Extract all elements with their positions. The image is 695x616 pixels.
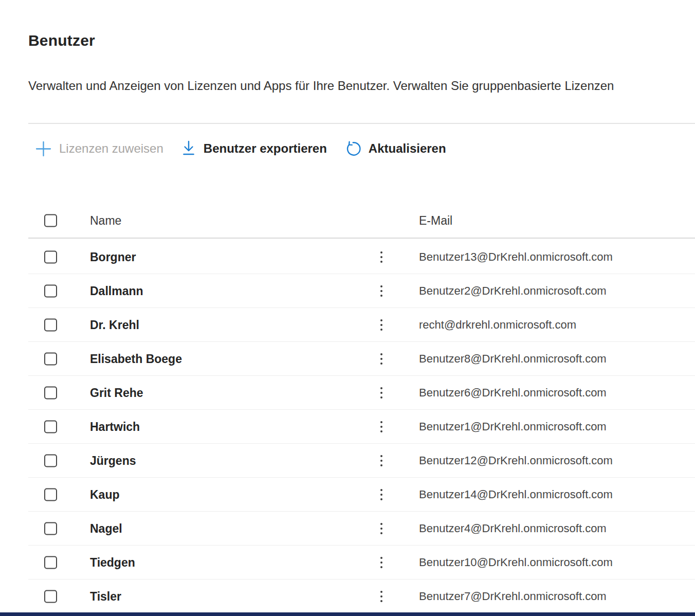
- row-checkbox[interactable]: [44, 556, 57, 569]
- horizontal-scrollbar[interactable]: [0, 612, 695, 616]
- user-email: Benutzer8@DrKrehl.onmicrosoft.com: [419, 352, 607, 366]
- user-name[interactable]: Nagel: [90, 521, 122, 535]
- more-vertical-icon[interactable]: [378, 249, 385, 265]
- user-email: Benutzer12@DrKrehl.onmicrosoft.com: [419, 454, 613, 467]
- users-table-body: Borgner Benutzer13@DrKrehl.onmicrosoft.c…: [0, 240, 695, 616]
- refresh-button[interactable]: Aktualisieren: [344, 140, 446, 157]
- more-vertical-icon[interactable]: [378, 487, 385, 502]
- user-email: Benutzer2@DrKrehl.onmicrosoft.com: [419, 284, 607, 298]
- plus-icon: [35, 140, 52, 157]
- user-email: Benutzer13@DrKrehl.onmicrosoft.com: [419, 250, 613, 264]
- users-page: Benutzer Verwalten und Anzeigen von Lize…: [0, 0, 695, 616]
- table-row[interactable]: Tiedgen Benutzer10@DrKrehl.onmicrosoft.c…: [28, 546, 695, 579]
- row-checkbox[interactable]: [44, 318, 57, 331]
- user-name[interactable]: Dallmann: [90, 284, 143, 298]
- table-row[interactable]: Kaup Benutzer14@DrKrehl.onmicrosoft.com: [28, 478, 695, 512]
- user-name[interactable]: Jürgens: [90, 454, 136, 467]
- user-name[interactable]: Grit Rehe: [90, 386, 143, 400]
- more-vertical-icon[interactable]: [378, 521, 385, 536]
- user-email: recht@drkrehl.onmicrosoft.com: [419, 318, 576, 332]
- more-vertical-icon[interactable]: [378, 453, 385, 468]
- row-checkbox[interactable]: [44, 386, 57, 399]
- more-vertical-icon[interactable]: [378, 317, 385, 333]
- table-row[interactable]: Elisabeth Boege Benutzer8@DrKrehl.onmicr…: [28, 342, 695, 376]
- assign-licenses-label: Lizenzen zuweisen: [59, 141, 163, 156]
- row-checkbox[interactable]: [44, 522, 57, 535]
- user-email: Benutzer4@DrKrehl.onmicrosoft.com: [419, 522, 607, 535]
- page-description: Verwalten und Anzeigen von Lizenzen und …: [28, 79, 695, 93]
- row-checkbox[interactable]: [44, 454, 57, 467]
- user-email: Benutzer14@DrKrehl.onmicrosoft.com: [419, 488, 613, 501]
- table-row[interactable]: Borgner Benutzer13@DrKrehl.onmicrosoft.c…: [28, 240, 695, 274]
- row-checkbox[interactable]: [44, 284, 57, 297]
- refresh-icon: [344, 140, 361, 157]
- column-header-email[interactable]: E-Mail: [419, 214, 452, 228]
- export-users-button[interactable]: Benutzer exportieren: [181, 140, 327, 157]
- download-icon: [181, 140, 196, 157]
- user-email: Benutzer7@DrKrehl.onmicrosoft.com: [419, 590, 607, 603]
- table-row[interactable]: Dallmann Benutzer2@DrKrehl.onmicrosoft.c…: [28, 274, 695, 308]
- user-email: Benutzer10@DrKrehl.onmicrosoft.com: [419, 556, 613, 569]
- more-vertical-icon[interactable]: [378, 283, 385, 299]
- user-email: Benutzer6@DrKrehl.onmicrosoft.com: [419, 386, 607, 400]
- table-row[interactable]: Dr. Krehl recht@drkrehl.onmicrosoft.com: [28, 308, 695, 342]
- user-name[interactable]: Kaup: [90, 487, 120, 501]
- refresh-label: Aktualisieren: [369, 141, 446, 156]
- row-checkbox[interactable]: [44, 488, 57, 501]
- user-name[interactable]: Tiedgen: [90, 555, 135, 569]
- table-row[interactable]: Tisler Benutzer7@DrKrehl.onmicrosoft.com: [28, 579, 695, 613]
- column-header-name[interactable]: Name: [90, 214, 121, 228]
- more-vertical-icon[interactable]: [378, 351, 385, 367]
- row-checkbox[interactable]: [44, 352, 57, 365]
- page-title: Benutzer: [28, 32, 95, 49]
- table-row[interactable]: Nagel Benutzer4@DrKrehl.onmicrosoft.com: [28, 512, 695, 546]
- toolbar: Lizenzen zuweisen Benutzer exportieren: [35, 137, 446, 160]
- user-email: Benutzer1@DrKrehl.onmicrosoft.com: [419, 420, 607, 433]
- more-vertical-icon[interactable]: [378, 385, 385, 401]
- more-vertical-icon[interactable]: [378, 589, 385, 604]
- export-users-label: Benutzer exportieren: [204, 141, 327, 156]
- toolbar-divider: [28, 123, 695, 124]
- user-name[interactable]: Borgner: [90, 250, 136, 264]
- assign-licenses-button[interactable]: Lizenzen zuweisen: [35, 140, 163, 157]
- table-header: Name E-Mail: [0, 205, 695, 237]
- table-row[interactable]: Jürgens Benutzer12@DrKrehl.onmicrosoft.c…: [28, 444, 695, 478]
- row-checkbox[interactable]: [44, 590, 57, 603]
- user-name[interactable]: Elisabeth Boege: [90, 352, 182, 366]
- user-name[interactable]: Tisler: [90, 589, 121, 603]
- more-vertical-icon[interactable]: [378, 555, 385, 570]
- select-all-checkbox[interactable]: [44, 214, 57, 227]
- more-vertical-icon[interactable]: [378, 419, 385, 434]
- user-name[interactable]: Dr. Krehl: [90, 318, 139, 332]
- row-checkbox[interactable]: [44, 420, 57, 433]
- user-name[interactable]: Hartwich: [90, 420, 140, 433]
- table-row[interactable]: Hartwich Benutzer1@DrKrehl.onmicrosoft.c…: [28, 410, 695, 444]
- table-header-divider: [28, 238, 695, 239]
- table-row[interactable]: Grit Rehe Benutzer6@DrKrehl.onmicrosoft.…: [28, 376, 695, 410]
- row-checkbox[interactable]: [44, 250, 57, 263]
